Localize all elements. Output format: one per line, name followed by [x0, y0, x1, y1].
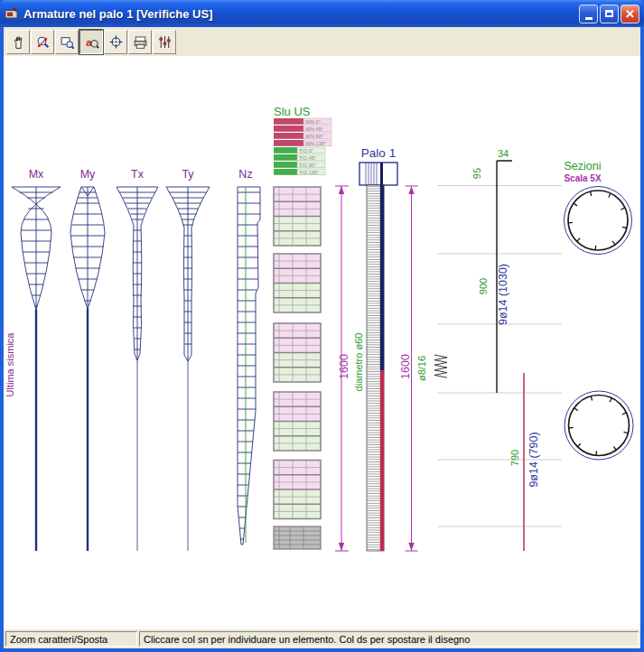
stirrup-label: ø8/16 [416, 356, 427, 381]
diagram-label-my: My [80, 168, 96, 181]
rebar-zone1: 34 95 900 9ø14 (1030) [471, 148, 512, 393]
hand-icon [11, 34, 26, 50]
zone2-bars-label: 9ø14 (790) [527, 432, 540, 487]
print-button[interactable] [128, 30, 152, 54]
pile-bar-zone2 [380, 370, 384, 551]
minimize-icon [585, 17, 593, 20]
svg-text:M/N 135°: M/N 135° [305, 141, 326, 146]
svg-text:T/O 90°: T/O 90° [299, 163, 316, 168]
pile-length-right: 1600 [399, 354, 412, 379]
svg-text:M/N 45°: M/N 45° [305, 126, 323, 132]
dimension-left: 1600 diametro ø60 [335, 186, 364, 551]
diagram-my [70, 187, 105, 551]
minimize-button[interactable] [579, 5, 598, 23]
legend-row: M/N 90° [274, 133, 331, 139]
svg-text:T/O 45°: T/O 45° [299, 155, 316, 161]
app-icon [5, 6, 19, 21]
zone1-bars-label: 9ø14 (1030) [497, 264, 509, 325]
load-case-label: Ultima sismica [5, 332, 15, 397]
sections: Sezioni Scala 5X [564, 160, 633, 460]
sections-scale: Scala 5X [564, 173, 601, 183]
diagram-mx [12, 187, 61, 551]
section-circle-1 [565, 187, 632, 255]
drawing-canvas[interactable]: Slu US M/N 0° M/N 45° M/N 90° M/N 135° T… [4, 56, 640, 629]
legend-slu-us: Slu US M/N 0° M/N 45° M/N 90° M/N 135° T… [274, 105, 331, 175]
zoom-window-button[interactable] [55, 30, 79, 54]
center-button[interactable] [104, 30, 127, 54]
status-hint: Cliccare col sn per individuare un eleme… [139, 631, 639, 647]
close-icon: ✕ [625, 8, 635, 20]
legend-row: T/O 135° [274, 169, 325, 175]
diagram-nz [238, 187, 260, 545]
zoom-arrows-icon [35, 34, 51, 50]
crosshair-icon [108, 34, 124, 50]
zoom-characters-icon: a [84, 34, 99, 50]
statusbar: Zoom caratteri/Sposta Cliccare col sn pe… [4, 629, 640, 648]
diagram-tx [117, 187, 158, 551]
diagram-label-ty: Ty [182, 168, 194, 181]
pile-drawing: Palo 1 [359, 146, 397, 551]
diagram-label-tx: Tx [131, 168, 145, 181]
dim-head-depth: 95 [471, 168, 482, 179]
dim-zone1-length: 900 [478, 278, 489, 294]
spring-symbol [434, 355, 447, 377]
status-mode: Zoom caratteri/Sposta [5, 631, 137, 647]
legend-row: T/O 0° [274, 147, 325, 154]
pile-diameter-label: diametro ø60 [353, 333, 364, 392]
dimension-right: 1600 ø8/16 [399, 186, 447, 551]
maximize-button[interactable] [600, 5, 619, 23]
svg-text:M/N 0°: M/N 0° [305, 119, 321, 125]
maximize-icon [605, 10, 613, 17]
zoom-drag-button[interactable] [31, 30, 54, 54]
svg-text:T/O 0°: T/O 0° [299, 148, 313, 154]
status-hint-text: Cliccare col sn per individuare un eleme… [144, 634, 470, 645]
verification-tables [274, 187, 321, 549]
legend-row: M/N 135° [274, 140, 331, 146]
pile-bar-zone1 [380, 185, 384, 370]
svg-text:M/N 90°: M/N 90° [305, 134, 323, 139]
sections-title: Sezioni [565, 160, 602, 172]
window-title: Armature nel palo 1 [Verifiche US] [23, 7, 577, 21]
diagram-label-mx: Mx [29, 168, 44, 181]
legend-row: M/N 45° [274, 126, 331, 132]
zoom-characters-button[interactable]: a [79, 30, 103, 54]
sliders-icon [157, 34, 173, 50]
legend-row: M/N 0° [274, 118, 331, 125]
dim-zone2-length: 790 [509, 450, 520, 466]
diagram-label-nz: Nz [238, 168, 252, 181]
titlebar[interactable]: Armature nel palo 1 [Verifiche US] ✕ [0, 0, 644, 27]
app-window: Armature nel palo 1 [Verifiche US] ✕ [0, 0, 644, 652]
section-circle-2 [565, 391, 633, 460]
dim-top-width: 34 [498, 148, 509, 159]
status-mode-text: Zoom caratteri/Sposta [10, 634, 107, 645]
legend-row: T/O 45° [274, 154, 325, 161]
table-block-gray [274, 526, 321, 549]
svg-text:T/O 135°: T/O 135° [299, 170, 319, 175]
legend-row: T/O 90° [274, 162, 325, 168]
rebar-zone2: 790 9ø14 (790) [509, 373, 540, 551]
legend-title: Slu US [274, 105, 311, 118]
diagram-ty [166, 187, 210, 551]
options-button[interactable] [153, 30, 176, 54]
close-button[interactable]: ✕ [621, 5, 639, 23]
pile-length-left: 1600 [338, 354, 350, 379]
reference-lines [437, 186, 562, 527]
toolbar: a [4, 27, 640, 56]
zoom-window-icon [60, 34, 75, 50]
printer-icon [133, 34, 148, 50]
pile-title: Palo 1 [361, 146, 396, 160]
pan-button[interactable] [6, 30, 30, 54]
